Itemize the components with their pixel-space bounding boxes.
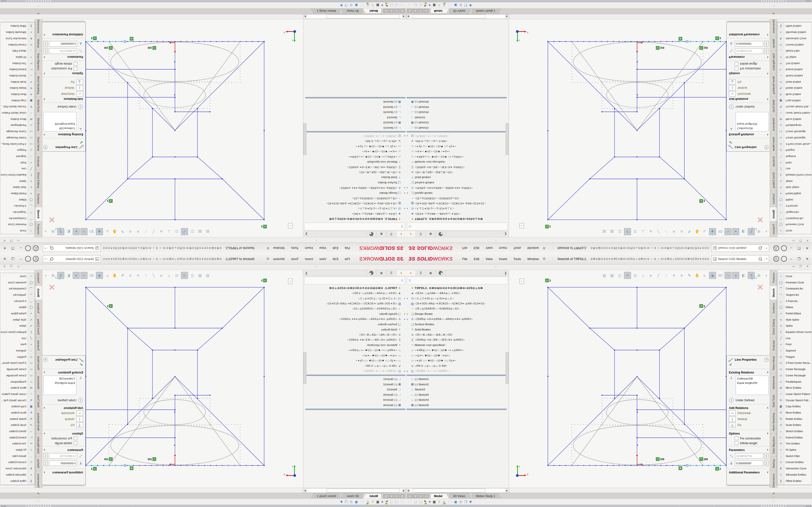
ok-check-icon[interactable]: ✔ xyxy=(41,139,85,145)
cancel-sketch-icon[interactable]: ✕ xyxy=(757,282,764,292)
view-tool-icon[interactable]: ⌀ xyxy=(647,272,654,279)
view-tool-icon[interactable]: ⟋ xyxy=(663,272,670,279)
tree-item[interactable]: ▸ ◷ ○人⊥◎✦25◦ʒ○◦○ʒ◦52✦◎⊥人○ xyxy=(303,296,406,301)
panel-help-icon[interactable]: ? xyxy=(43,145,48,150)
menu-entry[interactable]: ▭ Corner Rectangle xyxy=(0,372,35,379)
expander-icon[interactable]: ▸ xyxy=(407,318,410,320)
tree-item[interactable]: ↳ ○ИN◦5◦⊥◎○◦○◎⊥◦5◦NИ○ xyxy=(406,138,509,144)
search-dropdown-icon[interactable]: ▾ xyxy=(45,258,47,260)
menu-entry[interactable]: ▭ 3 Point Center Recta... xyxy=(0,141,35,147)
view-tool-icon[interactable]: ◧ xyxy=(65,272,72,279)
menu-entry[interactable]: ↻ Rotate Entities xyxy=(0,416,35,422)
menu-entry[interactable]: ◯ Perimeter Circle xyxy=(777,279,812,286)
tree-filter[interactable]: ▽ xyxy=(304,223,405,230)
restore-button[interactable]: ❐ xyxy=(798,246,801,250)
tab-nav-button[interactable]: ◀ xyxy=(412,9,418,13)
restore-button[interactable]: ❐ xyxy=(12,246,15,250)
menu-entry[interactable]: ▭ Center Rectangle xyxy=(777,135,812,141)
command-tab[interactable]: Mesh Modeling xyxy=(770,410,778,434)
menu-entry[interactable]: ╱ Line xyxy=(0,166,35,172)
add-relation-button[interactable]: ❘ Vertical xyxy=(44,85,83,91)
add-relation-button[interactable]: ⚓ Fix xyxy=(729,422,768,428)
add-relation-button[interactable]: ❘ Vertical xyxy=(729,416,768,422)
menu-entry[interactable]: ▪ Point xyxy=(777,160,812,166)
account-icon[interactable] xyxy=(33,256,39,262)
view-tool-icon[interactable]: ⟋ xyxy=(142,228,149,235)
tree-item[interactable]: ⊞ (-) Sketch6 xyxy=(406,402,509,408)
tree-item[interactable]: ≡ Material <not specified> xyxy=(406,159,509,165)
menu-entry[interactable]: ▱ Parallelogram xyxy=(777,379,812,385)
spinner-control[interactable]: ▲▼ xyxy=(44,460,48,466)
view-tool-icon[interactable]: ✎ xyxy=(686,228,693,235)
menu-entry[interactable]: ∿ Spline xyxy=(0,178,35,184)
relation-item[interactable]: Equal length109 xyxy=(737,122,767,126)
tree-item[interactable]: ≡ Material <not specified> xyxy=(303,343,406,348)
motion-tool-icon[interactable]: ✎ xyxy=(386,500,388,504)
add-relation-button[interactable]: — Horizontal xyxy=(729,410,768,416)
option-checkbox-row[interactable]: For construction xyxy=(44,67,77,70)
menu-entry[interactable]: ⊢ Extend Entities xyxy=(777,434,812,441)
pin-icon[interactable]: ✜ xyxy=(266,256,271,262)
parameter-value-field[interactable]: 0.00000000° xyxy=(735,460,763,466)
tree-item[interactable]: ∟ (-) Sketch5 xyxy=(303,392,406,397)
option-checkbox-row[interactable]: For construction xyxy=(735,67,768,70)
option-checkbox-row[interactable]: Infinite length xyxy=(735,441,768,445)
command-tab[interactable]: Mold Tools xyxy=(34,392,42,410)
menu-item[interactable]: View xyxy=(483,245,496,251)
relations-listbox[interactable]: Collinear108Equal length109 xyxy=(735,112,768,131)
relation-badge[interactable]: ⊿ 3 xyxy=(699,304,705,308)
menu-entry[interactable]: ≈ Fit Spline xyxy=(0,447,35,453)
search-dropdown-icon[interactable]: ▾ xyxy=(765,247,767,249)
relation-badge[interactable]: ▰ xyxy=(129,466,134,470)
view-tool-icon[interactable]: ▤ xyxy=(601,228,608,235)
motion-tool-icon[interactable]: ⋮⋮ xyxy=(400,501,405,503)
menu-entry[interactable]: ◡ 3 Point Arc xyxy=(777,203,812,209)
flyout-page-icon[interactable]: ▸ xyxy=(288,223,292,228)
view-tool-icon[interactable]: ◉ xyxy=(709,228,716,235)
tree-scrollbar[interactable] xyxy=(506,123,509,155)
menu-entry[interactable]: ∷ Linear Sketch Pattern xyxy=(0,391,35,397)
view-tool-icon[interactable]: ✋ xyxy=(111,228,118,235)
tab-propertymanager[interactable]: ⠿ xyxy=(416,270,426,276)
view-tool-icon[interactable]: ⌀ xyxy=(647,228,654,235)
menu-entry[interactable]: ✛ Move Entities xyxy=(0,409,35,416)
tree-filter[interactable]: ▽ xyxy=(304,277,405,284)
motion-tool-icon[interactable]: ⋮⋮ xyxy=(448,501,452,503)
tree-item[interactable]: ↳ ○ИN◦5◦⊥◎○◦○◎⊥◦5◦NИ○ xyxy=(406,363,509,369)
unit-system-dropdown[interactable]: Custom▴ xyxy=(786,506,805,507)
parameters-header[interactable]: Parameters ∧ xyxy=(729,55,768,59)
mdi-window-controls[interactable]: ▭ ❐ ✕ xyxy=(1,239,20,242)
add-relation-button[interactable]: ⚓ Fix xyxy=(44,422,83,428)
menu-entry[interactable]: ◞ Sketch Fillet xyxy=(777,453,812,459)
view-tool-icon[interactable]: ● xyxy=(73,272,80,279)
tree-item[interactable]: ▸ ▨ ○25ЭИΛ∩✦○◦○✦∩ΛИЭ52○ xyxy=(303,369,406,374)
command-tab[interactable]: Sheet Metal xyxy=(34,134,42,154)
command-tab[interactable]: ⋮ xyxy=(770,497,778,505)
tab-nav-button[interactable]: ◀| xyxy=(400,494,405,498)
relation-badge[interactable]: ≡ 109 xyxy=(656,46,664,50)
menu-entry[interactable]: ▪ Point xyxy=(0,160,35,166)
restore-button[interactable]: ❐ xyxy=(12,257,15,261)
checkbox[interactable] xyxy=(735,62,738,66)
tab-nav-button[interactable]: ◀ xyxy=(394,9,400,13)
ok-check-icon[interactable]: ✔ xyxy=(727,139,771,145)
view-tool-icon[interactable]: ⊡ xyxy=(173,228,180,235)
add-relation-button[interactable]: ❘ Vertical xyxy=(44,416,83,422)
menu-entry[interactable]: ⊢ Extend Entities xyxy=(777,66,812,73)
view-tool-icon[interactable]: ∿ xyxy=(724,272,731,279)
command-tab[interactable]: Markup xyxy=(770,36,778,50)
command-tab[interactable]: MBD Dimensions xyxy=(34,10,42,36)
command-tab[interactable]: Direct Editing xyxy=(770,316,778,338)
option-checkbox-row[interactable]: Infinite length xyxy=(44,441,77,445)
view-tool-icon[interactable]: ● xyxy=(732,228,739,235)
command-tab[interactable]: ⋮ xyxy=(770,2,778,10)
tree-item[interactable]: ∟ (-) Sketch1 xyxy=(406,377,509,382)
command-tab[interactable]: Direct Editing xyxy=(34,169,42,191)
menu-entry[interactable]: ⇄ Mirror Entities xyxy=(0,116,35,122)
menu-entry[interactable]: ↻ Rotate Entities xyxy=(0,85,35,92)
view-tool-icon[interactable]: ✕ xyxy=(135,272,142,279)
menu-entry[interactable]: ∿ Style Spline xyxy=(0,317,35,323)
expander-icon[interactable]: ▸ xyxy=(402,135,405,137)
command-tab[interactable]: Data Migration xyxy=(770,434,778,457)
motion-tool-icon[interactable]: ⇅ xyxy=(371,3,374,7)
